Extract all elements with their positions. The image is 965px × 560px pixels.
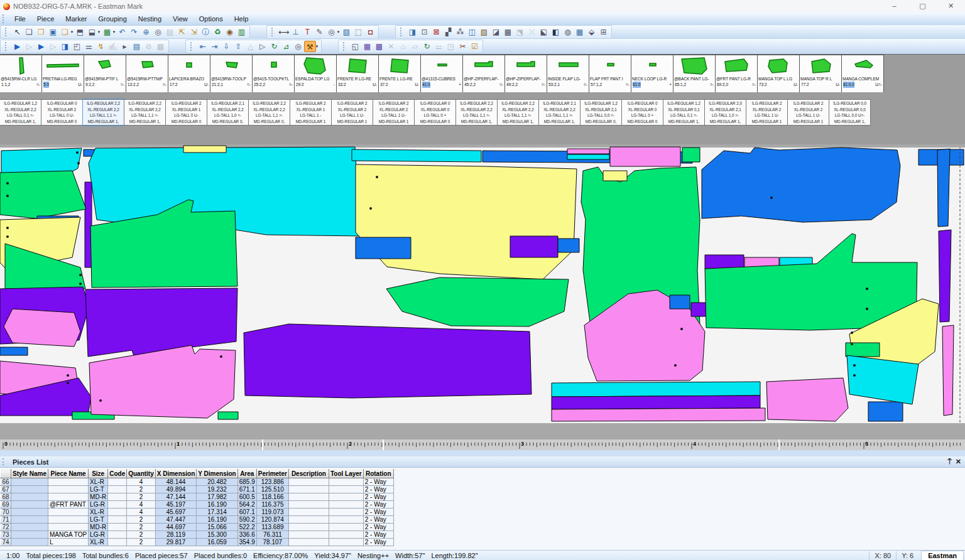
- marker-piece-7[interactable]: [567, 149, 609, 154]
- piece-thumb-11[interactable]: @41315-CUBRES41:0+: [421, 55, 463, 93]
- marker-piece-52[interactable]: [939, 230, 951, 322]
- table-row[interactable]: 71LG-T247.44716.190590.2120.8742 - Way: [1, 516, 394, 524]
- hatch-b-icon[interactable]: ◪: [490, 26, 502, 38]
- marker-piece-36[interactable]: [603, 171, 627, 181]
- move-piece-icon[interactable]: ⊡: [418, 26, 430, 38]
- align-tool-icon[interactable]: ⊥: [290, 26, 302, 38]
- check-tools-icon[interactable]: ☑: [469, 41, 481, 52]
- piece-size-cell-10[interactable]: !LG-REGULAR 2XL-REGULAR 2LG-TALL 1 U-MD-…: [373, 99, 415, 126]
- piece-thumb-4[interactable]: @5415RW-PTTNIP13:2,2=-: [126, 55, 168, 93]
- match-b-icon[interactable]: ▦: [361, 41, 373, 52]
- fabric-a-icon[interactable]: ◧: [550, 26, 562, 38]
- menu-grip-handle[interactable]: [3, 14, 6, 23]
- piece-thumb-21[interactable]: MANGA COMPLEM81:0,0U=-: [842, 55, 884, 93]
- tilt-icon[interactable]: ⬙: [586, 26, 597, 38]
- marker-piece-11[interactable]: [702, 148, 900, 222]
- piece-size-cell-7[interactable]: !LG-REGULAR 2,2XL-REGULAR 2,2LG-TALL 1,1…: [249, 99, 290, 126]
- report-icon[interactable]: ▥: [236, 26, 248, 38]
- table-row[interactable]: 74LXL-R229.81716.059354.978.1072 - Way: [1, 539, 394, 546]
- piece-thumb-20[interactable]: MANGA TOP R L77:2U-: [800, 55, 842, 93]
- grid-last-icon[interactable]: ⊞: [597, 26, 609, 38]
- menu-item-options[interactable]: Options: [194, 14, 229, 24]
- minimize-button[interactable]: –: [880, 0, 908, 13]
- menu-item-nesting[interactable]: Nesting: [133, 14, 167, 24]
- column-header-code[interactable]: Code: [108, 470, 127, 478]
- marker-piece-4[interactable]: [183, 146, 226, 153]
- piece-size-cell-3[interactable]: !LG-REGULAR 2,2XL-REGULAR 2,2LG-TALL 1,1…: [83, 99, 124, 126]
- no-overlap-icon[interactable]: ⊘: [143, 41, 155, 52]
- match-a-icon[interactable]: ◱: [349, 41, 361, 52]
- overlay-icon[interactable]: ◫: [466, 26, 478, 38]
- marker-piece-40[interactable]: [552, 382, 760, 397]
- column-header-area[interactable]: Area: [237, 470, 256, 478]
- marker-piece-42[interactable]: [552, 408, 765, 421]
- magnet-tool-icon[interactable]: ◘: [364, 26, 376, 38]
- piece-size-cell-11[interactable]: !LG-REGULAR 0XL-REGULAR 0LG-TALL 0 +MD-R…: [415, 99, 456, 126]
- nest-step-gray-icon[interactable]: ▷: [47, 41, 59, 52]
- menu-item-marker[interactable]: Marker: [60, 14, 92, 24]
- marker-piece-17[interactable]: [558, 239, 579, 252]
- nest-box-icon[interactable]: ◨: [59, 41, 71, 52]
- piece-thumb-7[interactable]: @5415-TOOLPKTL25:2,2=-: [253, 55, 295, 93]
- pair-tool-icon[interactable]: ⚍: [433, 41, 445, 52]
- export-a-icon[interactable]: ⇱: [176, 26, 188, 38]
- home-tool-icon[interactable]: ⌂: [397, 41, 409, 52]
- piece-thumb-5[interactable]: LAPICERA BRAZO17:2U-: [168, 55, 210, 93]
- marker-piece-25[interactable]: [4, 309, 80, 347]
- piece-size-cell-8[interactable]: !LG-REGULAR 2XL-REGULAR 1LG-TALL 1 -MD-R…: [290, 99, 332, 126]
- search-globe-icon[interactable]: ◉: [224, 26, 236, 38]
- piece-thumb-16[interactable]: NECK LOOP LG-R61:0+: [631, 55, 673, 93]
- contour-tool-icon[interactable]: ⬚: [352, 26, 364, 38]
- piece-size-cell-9[interactable]: !LG-REGULAR 2XL-REGULAR 2LG-TALL 1 U-MD-…: [332, 99, 373, 126]
- recycle-icon[interactable]: ♻: [212, 26, 224, 38]
- toolbar-grip-handle[interactable]: [400, 28, 404, 36]
- measure-tool-icon[interactable]: ⟷: [278, 26, 290, 38]
- marker-canvas[interactable]: [0, 144, 965, 439]
- menu-item-view[interactable]: View: [167, 14, 194, 24]
- close-icon[interactable]: ✕: [956, 457, 961, 466]
- move-last-icon[interactable]: ⇥: [209, 41, 221, 52]
- process-page-icon[interactable]: ◰: [71, 41, 83, 52]
- maximize-button[interactable]: ▢: [908, 0, 937, 13]
- menu-item-help[interactable]: Help: [229, 14, 254, 24]
- marker-piece-14[interactable]: [356, 164, 577, 279]
- table-row[interactable]: 73MANGA TOPLG-R228.11915.300336.676.3112…: [1, 531, 394, 539]
- delete-x-icon[interactable]: ✕: [385, 41, 397, 52]
- column-header-rotation[interactable]: Rotation: [363, 470, 393, 478]
- piece-size-cell-4[interactable]: !LG-REGULAR 2,2XL-REGULAR 2,2LG-TALL 1,1…: [124, 99, 166, 126]
- column-header-perimeter[interactable]: Perimeter: [256, 470, 288, 478]
- piece-size-cell-16[interactable]: !LG-REGULAR 0XL-REGULAR 0LG-TALL 0 +MD-R…: [622, 99, 663, 126]
- fabric-c-icon[interactable]: ▦: [574, 26, 586, 38]
- marker-piece-45[interactable]: [705, 255, 744, 269]
- piece-thumb-15[interactable]: FLAP FRT PANT I57:1,2=-: [589, 55, 631, 93]
- piece-size-cell-19[interactable]: !LG-REGULAR 2XL-REGULAR 2LG-TALL 1 U-MD-…: [746, 99, 788, 126]
- quick-nest-icon[interactable]: ↯: [95, 41, 107, 52]
- nest-run-icon[interactable]: ▶: [11, 41, 23, 52]
- piece-size-cell-1[interactable]: !LG-REGULAR 1,2XL-REGULAR 2,2LG-TALL 0,1…: [0, 99, 41, 126]
- menu-item-piece[interactable]: Piece: [31, 14, 60, 24]
- marker-piece-43[interactable]: [766, 378, 848, 421]
- toolbar-grip-handle[interactable]: [5, 42, 9, 51]
- marker-piece-10[interactable]: [682, 148, 700, 162]
- column-header-quantity[interactable]: Quantity: [127, 470, 156, 478]
- close-button[interactable]: ✕: [937, 0, 965, 13]
- hatch-a-icon[interactable]: ▨: [478, 26, 490, 38]
- piece-size-cell-15[interactable]: !LG-REGULAR 1,2XL-REGULAR 2,1LG-TALL 0,0…: [581, 99, 622, 126]
- column-header-style-name[interactable]: Style Name: [11, 470, 48, 478]
- marker-piece-41[interactable]: [552, 396, 760, 409]
- marker-piece-44[interactable]: [868, 402, 903, 421]
- zoom-piece-icon[interactable]: ◎: [292, 41, 304, 52]
- table-row[interactable]: 68MD-R247.14417.982600.5118.1662 - Way: [1, 493, 394, 501]
- column-header-description[interactable]: Description: [288, 470, 329, 478]
- marker-piece-32[interactable]: [218, 412, 238, 419]
- open-marker-icon[interactable]: ❒: [35, 26, 47, 38]
- piece-size-cell-2[interactable]: !LG-REGULAR 0XL-REGULAR 2LG-TALL 0 U-MD-…: [41, 99, 83, 126]
- angle-tool-icon[interactable]: ⊿: [280, 41, 292, 52]
- row-number[interactable]: 68: [1, 493, 11, 501]
- package-open-icon[interactable]: ❑: [59, 26, 71, 38]
- piece-thumb-1[interactable]: @5415RW-CLR LG1:1,2=-: [0, 55, 42, 93]
- find-icon[interactable]: ◎: [152, 26, 164, 38]
- piece-thumb-14[interactable]: INSIDE FLAP LG-53:2,1=-: [547, 55, 589, 93]
- marker-piece-50[interactable]: [846, 343, 880, 357]
- piece-thumb-9[interactable]: FRENTE R LG-RE33:2U-: [337, 55, 379, 93]
